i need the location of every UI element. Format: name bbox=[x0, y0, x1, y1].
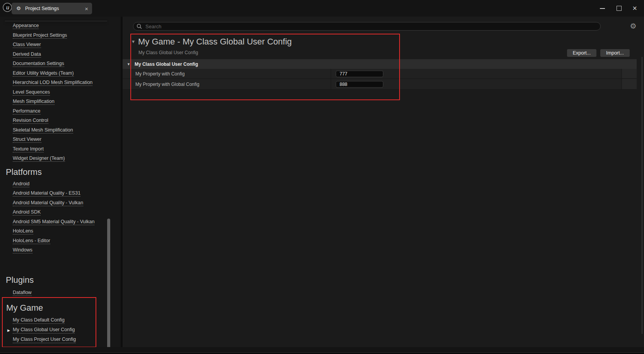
property-row-config: My Property with Config bbox=[123, 69, 637, 79]
sidebar-item-documentation-settings[interactable]: Documentation Settings bbox=[0, 59, 121, 69]
project-settings-icon: ⚙ bbox=[15, 5, 22, 12]
sidebar-item-my-class-project-user-config[interactable]: My Class Project User Config bbox=[0, 335, 121, 345]
reset-column-cell bbox=[622, 79, 637, 89]
property-value-input[interactable] bbox=[336, 70, 383, 77]
settings-sidebar: Appearance Blueprint Project Settings Cl… bbox=[0, 17, 121, 347]
sidebar-item-android-sdk[interactable]: Android SDK bbox=[0, 208, 121, 217]
page-title: My Game - My Class Global User Config bbox=[138, 37, 292, 47]
sidebar-item-skeletal-mesh-simplification[interactable]: Skeletal Mesh Simplification bbox=[0, 126, 121, 135]
page-subtitle: My Class Global User Config bbox=[138, 50, 198, 55]
minimize-icon bbox=[600, 8, 605, 9]
search-icon bbox=[137, 24, 142, 29]
sidebar-item-revision-control[interactable]: Revision Control bbox=[0, 116, 121, 126]
sidebar-item-android[interactable]: Android bbox=[0, 180, 121, 189]
sidebar-item-performance[interactable]: Performance bbox=[0, 107, 121, 116]
sidebar-item-derived-data[interactable]: Derived Data bbox=[0, 50, 121, 60]
sidebar-item-android-material-quality-es31[interactable]: Android Material Quality - ES31 bbox=[0, 189, 121, 198]
svg-text:u: u bbox=[5, 4, 9, 10]
sidebar-item-blueprint-project-settings[interactable]: Blueprint Project Settings bbox=[0, 31, 121, 41]
sidebar-item-hololens[interactable]: HoloLens bbox=[0, 227, 121, 236]
selected-item-arrow-icon: ▶ bbox=[7, 328, 10, 332]
property-row-global-config: My Property with Global Config bbox=[123, 79, 637, 90]
sidebar-item-hololens-editor[interactable]: HoloLens - Editor bbox=[0, 236, 121, 246]
tab-title: Project Settings bbox=[25, 6, 82, 11]
sidebar-item-class-viewer[interactable]: Class Viewer bbox=[0, 40, 121, 50]
search-input[interactable] bbox=[145, 23, 597, 30]
sidebar-item-appearance[interactable]: Appearance bbox=[0, 21, 121, 31]
property-label: My Property with Global Config bbox=[135, 82, 199, 87]
import-button[interactable]: Import... bbox=[600, 49, 630, 57]
sidebar-item-editor-utility-widgets[interactable]: Editor Utility Widgets (Team) bbox=[0, 69, 121, 79]
unreal-engine-logo-icon: u bbox=[2, 2, 12, 12]
sidebar-nav: Appearance Blueprint Project Settings Cl… bbox=[0, 17, 121, 345]
main-scrollbar[interactable] bbox=[642, 57, 642, 334]
category-header-label: My Class Global User Config bbox=[135, 62, 198, 67]
sidebar-item-struct-viewer[interactable]: Struct Viewer bbox=[0, 135, 121, 145]
view-options-gear-icon[interactable]: ⚙ bbox=[629, 22, 637, 31]
project-settings-window: u ⚙ Project Settings × × Appearance Blue… bbox=[0, 0, 644, 354]
column-divider[interactable] bbox=[331, 79, 331, 89]
maximize-icon bbox=[617, 6, 622, 11]
sidebar-item-android-sm5-material-quality-vulkan[interactable]: Android SM5 Material Quality - Vulkan bbox=[0, 217, 121, 227]
category-expander-icon[interactable]: ▼ bbox=[127, 62, 130, 66]
sidebar-item-windows[interactable]: Windows bbox=[0, 246, 121, 255]
sidebar-item-dataflow[interactable]: Dataflow bbox=[0, 288, 121, 298]
sidebar-item-widget-designer[interactable]: Widget Designer (Team) bbox=[0, 154, 121, 164]
reset-column-cell bbox=[622, 69, 637, 78]
sidebar-heading-my-game: My Game bbox=[0, 301, 121, 315]
sidebar-item-mesh-simplification[interactable]: Mesh Simplification bbox=[0, 97, 121, 107]
sidebar-item-my-class-default-config[interactable]: My Class Default Config bbox=[0, 316, 121, 325]
section-expander-icon[interactable]: ▾ bbox=[132, 39, 135, 44]
sidebar-item-texture-import[interactable]: Texture Import bbox=[0, 145, 121, 154]
category-header[interactable]: ▼ My Class Global User Config bbox=[123, 59, 637, 69]
tab-project-settings[interactable]: ⚙ Project Settings × bbox=[12, 3, 92, 14]
sidebar-heading-platforms: Platforms bbox=[0, 166, 121, 178]
window-minimize-button[interactable] bbox=[597, 0, 607, 17]
sidebar-item-android-material-quality-vulkan[interactable]: Android Material Quality - Vulkan bbox=[0, 198, 121, 208]
property-label: My Property with Config bbox=[135, 71, 184, 77]
settings-main-panel: ⚙ ▾ My Game - My Class Global User Confi… bbox=[123, 17, 644, 347]
sidebar-heading-plugins: Plugins bbox=[0, 274, 121, 286]
window-maximize-button[interactable] bbox=[614, 0, 624, 17]
window-bottom-strip bbox=[0, 347, 644, 352]
sidebar-scrollbar-thumb[interactable] bbox=[107, 219, 110, 347]
sidebar-item-level-sequences[interactable]: Level Sequences bbox=[0, 88, 121, 97]
search-bar bbox=[133, 22, 601, 31]
title-bar: u ⚙ Project Settings × × bbox=[0, 0, 644, 17]
window-close-button[interactable]: × bbox=[630, 0, 640, 17]
sidebar-item-hierarchical-lod-mesh-simplification[interactable]: Hierarchical LOD Mesh Simplification bbox=[0, 78, 121, 88]
export-button[interactable]: Export... bbox=[567, 49, 596, 57]
sidebar-item-my-class-global-user-config[interactable]: ▶ My Class Global User Config bbox=[0, 325, 121, 335]
tab-close-icon[interactable]: × bbox=[82, 6, 88, 12]
property-value-input[interactable] bbox=[336, 81, 383, 87]
column-divider[interactable] bbox=[331, 69, 331, 79]
